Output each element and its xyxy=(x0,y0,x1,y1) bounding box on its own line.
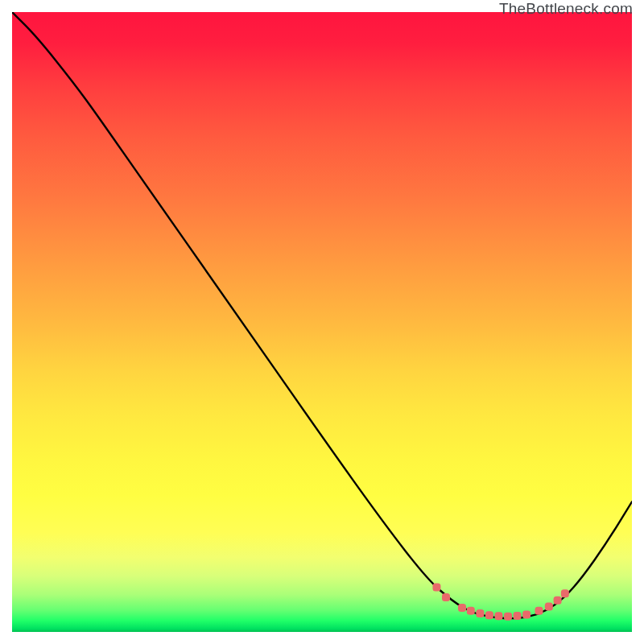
chart-svg xyxy=(12,12,632,632)
svg-rect-7 xyxy=(504,613,512,621)
svg-rect-13 xyxy=(561,589,569,597)
svg-rect-4 xyxy=(476,609,484,617)
watermark-text: TheBottleneck.com xyxy=(499,0,633,18)
svg-rect-3 xyxy=(467,607,475,615)
svg-rect-2 xyxy=(458,604,466,612)
chart-curve xyxy=(12,12,632,618)
chart-container: TheBottleneck.com xyxy=(0,0,644,644)
svg-rect-1 xyxy=(442,593,450,601)
svg-rect-5 xyxy=(485,611,493,619)
svg-rect-6 xyxy=(494,612,502,620)
svg-rect-11 xyxy=(545,602,553,610)
svg-rect-0 xyxy=(432,584,440,592)
svg-rect-8 xyxy=(514,612,522,620)
svg-rect-12 xyxy=(554,597,562,605)
svg-rect-10 xyxy=(535,607,543,615)
svg-rect-9 xyxy=(522,610,530,618)
